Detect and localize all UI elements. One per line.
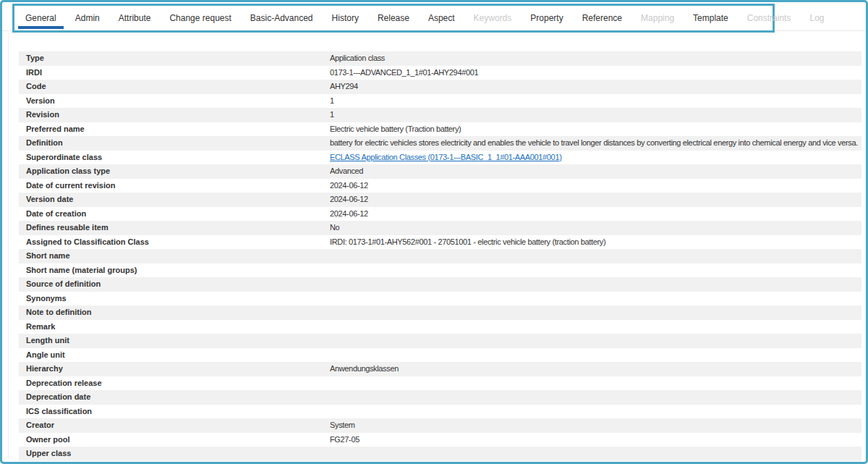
table-row: CodeAHY294 [19, 80, 861, 94]
tab-constraints: Constraints [738, 6, 801, 30]
row-value: Application class [330, 51, 861, 66]
row-label: Assigned to Classification Class [19, 235, 330, 250]
class-detail-window: GeneralAdminAttributeChange requestBasic… [0, 0, 868, 464]
row-value: 2024-06-12 [330, 207, 861, 222]
row-value: battery for electric vehicles stores ele… [330, 136, 861, 151]
table-row: Assigned to Classification ClassIRDI: 01… [19, 235, 861, 250]
row-label: Length unit [19, 334, 330, 348]
tab-template[interactable]: Template [684, 6, 738, 30]
row-label: Source of definition [19, 277, 330, 292]
table-row: Owner poolFG27-05 [19, 433, 861, 447]
row-value: Advanced [330, 164, 861, 179]
row-value: 1 [330, 94, 861, 109]
table-row: Upper class [19, 447, 861, 461]
row-label: Revision [19, 108, 330, 122]
row-value: AHY294 [330, 80, 861, 94]
row-label: Date of current revision [19, 179, 330, 193]
table-row: CreatorSystem [19, 418, 861, 433]
row-label: Owner pool [19, 433, 330, 447]
row-value: 1 [330, 108, 861, 122]
tab-property[interactable]: Property [521, 6, 572, 30]
row-value: FG27-05 [330, 433, 861, 447]
tab-basic-advanced[interactable]: Basic-Advanced [241, 6, 323, 30]
row-label: Creator [19, 418, 330, 433]
table-row: Defines reusable itemNo [19, 221, 861, 235]
tab-bar: GeneralAdminAttributeChange requestBasic… [12, 4, 775, 33]
table-row: HierarchyAnwendungsklassen [19, 362, 861, 376]
table-row: Length unit [19, 334, 861, 348]
row-label: Date of creation [19, 207, 330, 222]
table-row: Synonyms [19, 292, 861, 306]
content-left-edge [8, 33, 9, 459]
table-row: Date of creation2024-06-12 [19, 207, 861, 222]
tab-log: Log [800, 6, 833, 30]
table-row: Date of current revision2024-06-12 [19, 179, 861, 193]
table-row: Definitionbattery for electric vehicles … [19, 136, 861, 151]
tab-reference[interactable]: Reference [573, 6, 631, 30]
tab-change-request[interactable]: Change request [160, 6, 240, 30]
row-label: Note to definition [19, 305, 330, 320]
table-row: IRDI0173-1---ADVANCED_1_1#01-AHY294#001 [19, 66, 861, 80]
table-row: Version1 [19, 94, 861, 109]
table-row: Revision1 [19, 108, 861, 122]
table-row: Preferred nameElectric vehicle battery (… [19, 122, 861, 137]
row-label: Defines reusable item [19, 221, 330, 235]
table-row: Application class typeAdvanced [19, 164, 861, 179]
table-row: Deprecation release [19, 376, 861, 391]
tab-mapping: Mapping [631, 6, 684, 30]
row-label: Superordinate class [19, 151, 330, 165]
row-label: ICS classification [19, 405, 330, 419]
table-row: Short name [19, 249, 861, 263]
table-row: Remark [19, 320, 861, 334]
row-label: Deprecation release [19, 376, 330, 391]
row-label: Type [19, 51, 330, 66]
tab-aspect[interactable]: Aspect [419, 6, 464, 30]
row-label: Application class type [19, 164, 330, 179]
tab-general[interactable]: General [16, 6, 66, 30]
table-row: Angle unit [19, 348, 861, 363]
row-value: Electric vehicle battery (Traction batte… [330, 122, 861, 137]
tab-release[interactable]: Release [368, 6, 419, 30]
row-value: 0173-1---ADVANCED_1_1#01-AHY294#001 [330, 66, 861, 80]
row-label: Remark [19, 320, 330, 334]
table-row: Source of definition [19, 277, 861, 292]
row-label: Version date [19, 193, 330, 207]
tab-history[interactable]: History [323, 6, 368, 30]
row-label: Hierarchy [19, 362, 330, 376]
row-label: Code [19, 80, 330, 94]
row-value: 2024-06-12 [330, 179, 861, 193]
row-label: Upper class [19, 447, 330, 461]
table-row: Note to definition [19, 305, 861, 320]
tab-keywords: Keywords [464, 6, 522, 30]
row-value: No [330, 221, 861, 235]
table-row: Superordinate classECLASS Application Cl… [19, 151, 861, 165]
tab-admin[interactable]: Admin [66, 6, 109, 30]
row-value: Anwendungsklassen [330, 362, 861, 376]
row-label: Preferred name [19, 122, 330, 137]
table-row: Version date2024-06-12 [19, 193, 861, 207]
table-row: TypeApplication class [19, 51, 861, 66]
tab-attribute[interactable]: Attribute [109, 6, 161, 30]
row-label: Short name (material groups) [19, 263, 330, 278]
row-label: Synonyms [19, 292, 330, 306]
row-value: System [330, 418, 861, 433]
row-label: Deprecation date [19, 390, 330, 405]
superordinate-class-link[interactable]: ECLASS Application Classes (0173-1---BAS… [330, 153, 561, 161]
table-row: Short name (material groups) [19, 263, 861, 278]
row-label: Version [19, 94, 330, 109]
row-label: Definition [19, 136, 330, 151]
row-value: IRDI: 0173-1#01-AHY562#001 - 27051001 - … [330, 235, 861, 250]
row-value: 2024-06-12 [330, 193, 861, 207]
details-table: TypeApplication classIRDI0173-1---ADVANC… [19, 51, 861, 461]
table-row: Deprecation date [19, 390, 861, 405]
row-label: Angle unit [19, 348, 330, 363]
row-value: ECLASS Application Classes (0173-1---BAS… [330, 151, 861, 165]
row-label: Short name [19, 249, 330, 263]
table-row: ICS classification [19, 405, 861, 419]
row-label: IRDI [19, 66, 330, 80]
